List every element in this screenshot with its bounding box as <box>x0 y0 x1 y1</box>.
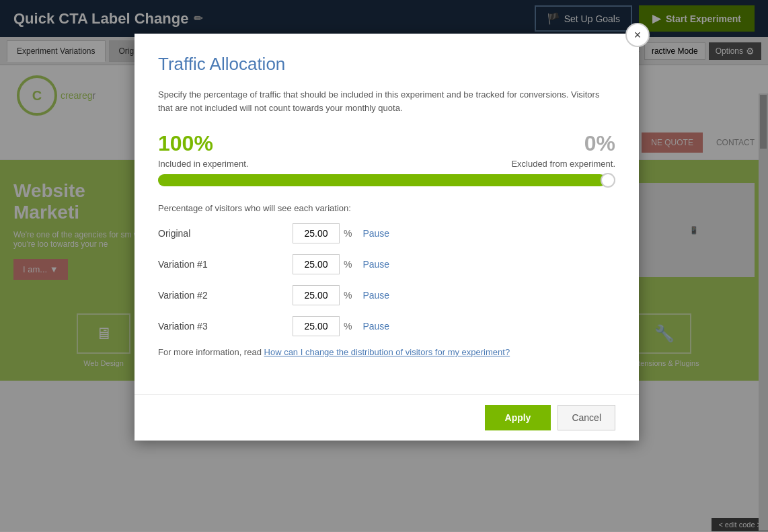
apply-button[interactable]: Apply <box>485 405 551 430</box>
traffic-allocation-modal: × Traffic Allocation Specify the percent… <box>135 34 639 441</box>
variation-name-0: Original <box>158 228 293 239</box>
traffic-slider[interactable] <box>158 174 615 186</box>
variation-name-1: Variation #1 <box>158 259 293 270</box>
variation-input-1[interactable] <box>293 254 340 274</box>
variation-input-3[interactable] <box>293 316 340 336</box>
variation-name-3: Variation #3 <box>158 321 293 332</box>
variation-input-0[interactable] <box>293 223 340 243</box>
variations-label: Percentage of visitors who will see each… <box>158 203 615 213</box>
variation-name-2: Variation #2 <box>158 290 293 301</box>
info-text: For more information, read How can I cha… <box>158 347 615 357</box>
variation-pause-2[interactable]: Pause <box>362 290 389 301</box>
traffic-included: 100% Included in experiment. <box>158 131 248 169</box>
included-label: Included in experiment. <box>158 159 248 169</box>
excluded-percent: 0% <box>511 131 615 156</box>
modal-footer: Apply Cancel <box>135 394 639 441</box>
variation-pct-1: % <box>344 259 352 270</box>
variation-input-2[interactable] <box>293 285 340 305</box>
table-row: Variation #3 % Pause <box>158 316 615 336</box>
modal-description: Specify the percentage of traffic that s… <box>158 88 615 114</box>
info-link[interactable]: How can I change the distribution of vis… <box>264 347 510 357</box>
slider-track <box>158 174 615 186</box>
variation-pause-0[interactable]: Pause <box>362 228 389 239</box>
variation-pause-1[interactable]: Pause <box>362 259 389 270</box>
table-row: Variation #1 % Pause <box>158 254 615 274</box>
variation-pause-3[interactable]: Pause <box>362 321 389 332</box>
variation-pct-2: % <box>344 290 352 301</box>
slider-thumb[interactable] <box>601 173 615 188</box>
modal-close-button[interactable]: × <box>625 23 650 47</box>
cancel-button[interactable]: Cancel <box>558 405 615 430</box>
table-row: Variation #2 % Pause <box>158 285 615 305</box>
traffic-display: 100% Included in experiment. 0% Excluded… <box>158 131 615 169</box>
included-percent: 100% <box>158 131 248 156</box>
excluded-label: Excluded from experiment. <box>511 159 615 169</box>
slider-fill <box>158 174 606 186</box>
modal-title: Traffic Allocation <box>158 54 615 75</box>
table-row: Original % Pause <box>158 223 615 243</box>
variations-list: Original % Pause Variation #1 % Pause Va… <box>158 223 615 336</box>
variation-pct-3: % <box>344 321 352 332</box>
variation-pct-0: % <box>344 228 352 239</box>
traffic-excluded: 0% Excluded from experiment. <box>511 131 615 169</box>
